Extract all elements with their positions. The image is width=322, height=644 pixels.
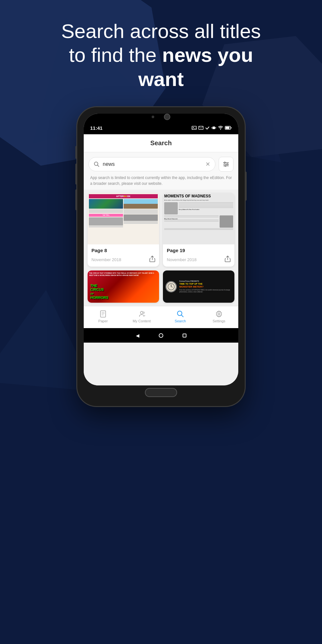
search-icon [94,161,99,167]
hero-line2-normal: to find the [69,44,162,66]
result-date-row-page19: November 2018 [167,256,231,263]
svg-line-27 [182,315,184,317]
power-button[interactable] [245,172,247,201]
phone-home-button[interactable] [145,388,177,397]
monster-clock-icon [166,281,177,292]
svg-rect-4 [212,127,212,128]
camera-notch [84,114,238,121]
result-page19-label: Page 19 [167,248,231,253]
circus-thumb: THE CIRCUS THAT STORMED INTO THE FINALE … [88,270,159,303]
phone-screen: 11:41 [84,114,238,385]
svg-rect-8 [231,127,232,128]
monster-thumb: ForteanTimes PRESENTS TIME TO TOP UP THE… [163,270,234,303]
result-date-row-page8: November 2018 [91,256,155,263]
nav-search[interactable]: Search [161,309,200,324]
gallery-notification-icon [192,126,197,130]
nav-paper-label: Paper [98,319,108,323]
svg-point-15 [227,164,228,165]
hero-line2-bold: news you [162,44,253,66]
volume-up-button[interactable] [75,146,77,159]
clear-search-button[interactable]: ✕ [205,161,210,168]
camera-button[interactable] [75,189,77,210]
vibrate-icon [211,126,216,130]
svg-rect-5 [215,127,216,128]
nav-search-label: Search [175,319,186,323]
svg-point-14 [224,162,225,163]
status-bar: 11:41 [84,121,238,134]
result-thumb-page19: MOMENTS OF MADNESS A-list celebs reveal … [163,193,234,244]
search-disclaimer: App search is limited to content current… [89,175,233,190]
search-row: news ✕ [89,157,233,172]
nav-settings[interactable]: Settings [200,309,238,324]
search-input-box[interactable]: news ✕ [89,157,215,171]
svg-rect-7 [226,127,230,129]
android-back-button[interactable]: ◀ [136,333,139,338]
result-card-circus[interactable]: THE CIRCUS THAT STORMED INTO THE FINALE … [88,270,159,303]
svg-rect-20 [100,311,106,317]
paper-icon [99,310,107,318]
phone-outer-shell: 11:41 [77,107,245,406]
nav-my-content-label: My Content [133,319,151,323]
android-recent-button[interactable] [183,334,186,337]
sensor-dot [152,116,154,118]
result-date-page19: November 2018 [167,257,197,262]
circus-title-text: TheCircusofHorrors [90,284,108,299]
share-button-page19[interactable] [225,256,231,263]
result-page8-label: Page 8 [91,248,155,253]
status-time: 11:41 [90,125,102,131]
battery-icon [225,126,232,130]
check-notification-icon [205,126,210,130]
svg-point-28 [218,313,220,315]
search-nav-icon [176,310,184,318]
hero-line3: want [138,68,184,90]
filter-button[interactable] [219,157,233,172]
result-card-monster[interactable]: ForteanTimes PRESENTS TIME TO TOP UP THE… [163,270,234,303]
filter-icon [223,161,229,167]
result-card-page19[interactable]: MOMENTS OF MADNESS A-list celebs reveal … [163,193,234,267]
bottom-navigation: Paper My Content [84,306,238,328]
app-topbar: Search [84,134,238,152]
android-home-button[interactable] [159,333,163,338]
result-thumb-page8: AFTERBOOK ToP TiPs [88,193,159,244]
email-notification-icon [198,126,204,130]
svg-line-10 [98,165,99,167]
svg-rect-3 [213,127,215,129]
hero-line1: Search across all titles [61,20,261,42]
android-nav-bar: ◀ [84,328,238,343]
result-date-page8: November 2018 [91,257,121,262]
nav-settings-label: Settings [213,319,225,323]
front-camera [164,114,170,120]
phone-mockup: 11:41 [0,107,322,406]
svg-rect-2 [199,126,203,129]
search-input[interactable]: news [103,161,202,167]
svg-point-24 [140,311,143,314]
my-content-icon [138,310,146,318]
volume-down-button[interactable] [75,164,77,185]
wifi-icon [218,126,223,130]
monster-subtitle-text: MONSTER METER? [179,286,232,289]
svg-point-16 [225,165,226,166]
result-info-page19: Page 19 November 2018 [163,244,234,267]
hero-section: Search across all titles to find the new… [0,0,322,104]
result-info-page8: Page 8 November 2018 [88,244,159,267]
share-button-page8[interactable] [149,256,155,263]
nav-paper[interactable]: Paper [84,309,122,324]
monster-text-area: ForteanTimes PRESENTS TIME TO TOP UP THE… [179,280,232,293]
result-card-page8[interactable]: AFTERBOOK ToP TiPs [88,193,159,267]
results-grid: AFTERBOOK ToP TiPs [84,190,238,306]
status-icons [192,126,232,130]
nav-my-content[interactable]: My Content [122,309,161,324]
app-screen: Search news ✕ [84,134,238,385]
app-title: Search [150,139,172,147]
search-area: news ✕ [84,152,238,190]
settings-icon [215,310,223,318]
